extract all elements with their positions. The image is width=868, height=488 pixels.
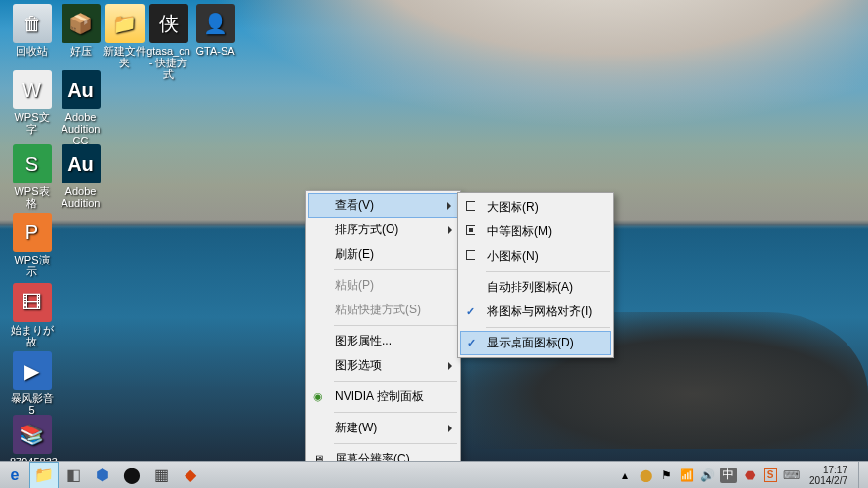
taskbar-app-3[interactable]: ▦	[146, 462, 176, 489]
icon-label: 新建文件夹	[103, 45, 146, 68]
menu-item-label: 大图标(R)	[487, 200, 539, 214]
icon-gta-sa[interactable]: 👤 GTA-SA	[193, 4, 237, 57]
icon-label: 好压	[70, 45, 92, 57]
tray-network-icon[interactable]: 📶	[679, 468, 694, 483]
tray-sogou-icon[interactable]: S	[763, 468, 778, 483]
icon-label: 回收站	[16, 45, 48, 57]
submenu-large-icons[interactable]: 大图标(R)	[460, 195, 611, 220]
menu-graphics-properties[interactable]: 图形属性...	[308, 329, 458, 353]
submenu-small-icons[interactable]: 小图标(N)	[460, 244, 611, 268]
nvidia-icon: ◉	[313, 390, 327, 404]
menu-graphics-options[interactable]: 图形选项	[308, 353, 458, 378]
icon-label: WPS表格	[14, 185, 49, 209]
recycle-bin-icon: 🗑	[13, 4, 52, 43]
archive-icon: 📚	[13, 415, 52, 454]
icon-label: Adobe Audition CC	[62, 111, 101, 146]
menu-separator	[486, 327, 610, 328]
icon-label: Adobe Audition	[62, 185, 101, 209]
menu-item-label: 图形选项	[335, 358, 382, 372]
menu-item-label: 刷新(E)	[335, 247, 374, 261]
menu-refresh[interactable]: 刷新(E)	[308, 242, 458, 266]
audition-icon: Au	[62, 144, 101, 183]
submenu-medium-icons[interactable]: 中等图标(M)	[460, 220, 611, 244]
menu-item-label: NVIDIA 控制面板	[335, 389, 424, 403]
menu-item-label: 将图标与网格对齐(I)	[487, 305, 592, 318]
icon-wps-presentation[interactable]: P WPS演示	[10, 213, 54, 277]
menu-item-label: 自动排列图标(A)	[487, 280, 573, 294]
menu-separator	[486, 271, 610, 272]
view-submenu: 大图标(R) 中等图标(M) 小图标(N) 自动排列图标(A) 将图标与网格对齐…	[457, 192, 614, 358]
menu-separator	[334, 269, 457, 270]
icon-video-file[interactable]: 🎞 始まりが故	[10, 283, 54, 347]
desktop-context-menu: 查看(V) 大图标(R) 中等图标(M) 小图标(N) 自动排列图标(A) 将	[305, 190, 461, 488]
check-icon	[466, 305, 479, 319]
storm-player-icon: ▶	[13, 351, 52, 390]
menu-view[interactable]: 查看(V) 大图标(R) 中等图标(M) 小图标(N) 自动排列图标(A) 将	[308, 193, 458, 218]
icon-baofeng[interactable]: ▶ 暴风影音5	[10, 351, 54, 416]
icon-label: GTA-SA	[195, 45, 234, 57]
menu-separator	[334, 443, 457, 444]
tray-shield-icon[interactable]: ⬤	[638, 468, 653, 483]
icon-wps-writer[interactable]: W WPS文字	[10, 70, 54, 135]
menu-item-label: 粘贴(P)	[335, 278, 374, 292]
submenu-arrow-icon	[448, 425, 452, 432]
tray-plug-icon[interactable]: ⬣	[742, 468, 758, 483]
show-desktop-button[interactable]	[858, 462, 866, 489]
menu-item-label: 粘贴快捷方式(S)	[335, 303, 421, 316]
folder-icon: 📁	[105, 4, 145, 43]
taskbar-app-2[interactable]: ⬢	[88, 462, 117, 489]
taskbar-hp[interactable]: ⬤	[117, 462, 146, 489]
menu-separator	[334, 381, 457, 382]
menu-item-label: 新建(W)	[335, 421, 377, 434]
menu-item-label: 查看(V)	[335, 198, 374, 212]
system-tray: ▴ ⬤ ⚑ 📶 🔊 中 ⬣ S ⌨ 17:17 2014/2/7	[617, 462, 868, 489]
icon-label: WPS演示	[14, 254, 49, 277]
menu-item-label: 小图标(N)	[487, 249, 539, 263]
menu-new[interactable]: 新建(W)	[308, 416, 458, 440]
icon-audition-cc[interactable]: Au Adobe Audition CC	[59, 70, 103, 146]
taskbar-ie[interactable]: e	[0, 462, 29, 489]
menu-item-label: 显示桌面图标(D)	[487, 336, 574, 349]
menu-paste-shortcut: 粘贴快捷方式(S)	[308, 298, 458, 322]
menu-nvidia-control-panel[interactable]: ◉ NVIDIA 控制面板	[308, 385, 458, 409]
submenu-arrow-icon	[448, 226, 452, 234]
tray-flag-icon[interactable]: ⚑	[658, 468, 674, 483]
ime-label: 中	[723, 467, 734, 483]
radio-icon	[466, 201, 479, 215]
taskbar-app-1[interactable]: ◧	[59, 462, 88, 489]
wps-spreadsheet-icon: S	[13, 144, 52, 183]
menu-sort-by[interactable]: 排序方式(O)	[308, 218, 458, 242]
submenu-auto-arrange[interactable]: 自动排列图标(A)	[460, 275, 611, 300]
tray-keyboard-icon[interactable]: ⌨	[783, 468, 799, 483]
icon-recycle-bin[interactable]: 🗑 回收站	[10, 4, 54, 57]
submenu-arrow-icon	[448, 362, 452, 370]
menu-separator	[334, 325, 457, 326]
ime-indicator[interactable]: 中	[720, 468, 737, 483]
icon-wps-spreadsheet[interactable]: S WPS表格	[10, 144, 54, 209]
menu-item-label: 图形属性...	[335, 334, 392, 347]
radio-icon	[466, 250, 479, 264]
taskbar-app-4[interactable]: ◆	[176, 462, 205, 489]
wps-writer-icon: W	[13, 70, 52, 109]
video-icon: 🎞	[13, 283, 52, 322]
archive-icon: 📦	[62, 4, 101, 43]
taskbar-file-explorer[interactable]: 📁	[29, 462, 59, 489]
menu-item-label: 排序方式(O)	[335, 223, 398, 236]
check-icon	[467, 337, 480, 350]
icon-haozip[interactable]: 📦 好压	[59, 4, 103, 57]
menu-paste: 粘贴(P)	[308, 273, 458, 298]
clock-date: 2014/2/7	[809, 475, 847, 486]
tray-volume-icon[interactable]: 🔊	[699, 468, 715, 483]
icon-label: gtasa_cn - 快捷方式	[146, 45, 190, 80]
icon-rar-file[interactable]: 📚 87945833...	[10, 415, 54, 468]
taskbar: e 📁 ◧ ⬢ ⬤ ▦ ◆ ▴ ⬤ ⚑ 📶 🔊 中 ⬣ S ⌨ 17:17 20…	[0, 461, 868, 488]
game-icon: 侠	[149, 4, 188, 43]
tray-overflow-icon[interactable]: ▴	[617, 468, 633, 483]
icon-audition[interactable]: Au Adobe Audition	[59, 144, 103, 209]
icon-gtasa-cn[interactable]: 侠 gtasa_cn - 快捷方式	[146, 4, 190, 80]
submenu-show-desktop-icons[interactable]: 显示桌面图标(D)	[460, 331, 611, 355]
icon-label: 始まりが故	[11, 324, 54, 347]
submenu-align-to-grid[interactable]: 将图标与网格对齐(I)	[460, 300, 611, 324]
taskbar-clock[interactable]: 17:17 2014/2/7	[804, 465, 853, 486]
icon-new-folder[interactable]: 📁 新建文件夹	[103, 4, 146, 68]
